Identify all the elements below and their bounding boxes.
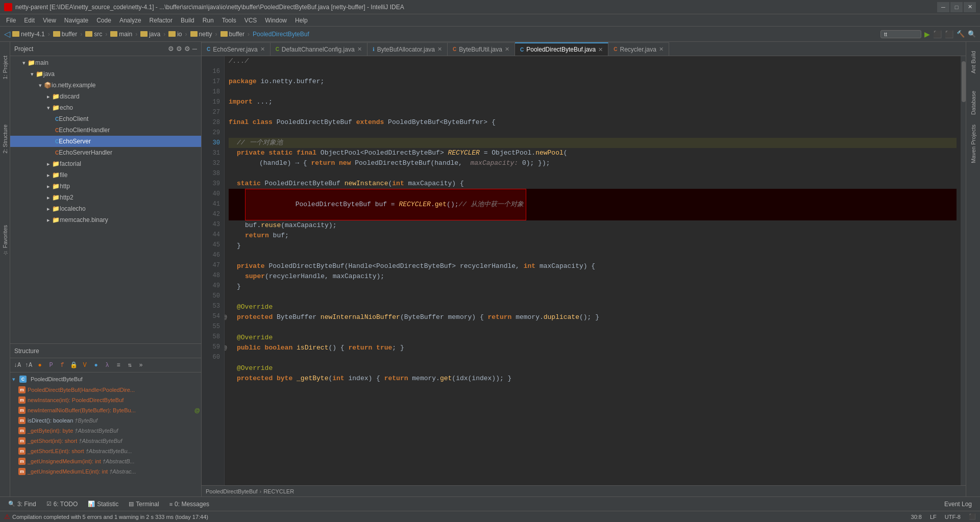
tree-item-file[interactable]: ▸ 📁 file (10, 169, 201, 181)
nav-search-input[interactable] (880, 30, 921, 38)
sort-alpha-desc-icon[interactable]: ↑A (23, 360, 34, 370)
menu-window[interactable]: Window (261, 14, 291, 27)
struct-method-getunsignedmedium[interactable]: m _getUnsignedMedium(int): int †Abstract… (10, 456, 201, 466)
minimize-button[interactable]: ─ (937, 2, 949, 12)
show-private-icon[interactable]: 🔒 (68, 360, 79, 370)
scroll-thumb[interactable] (962, 61, 966, 102)
align-left-icon[interactable]: ≡ (113, 360, 124, 370)
struct-method-newinstance[interactable]: m newInstance(int): PooledDirectByteBuf (10, 395, 201, 405)
tree-item-echoclienthandler[interactable]: C EchoClientHandler (10, 125, 201, 136)
tree-item-echoserverhandler[interactable]: C EchoServerHandler (10, 147, 201, 158)
sort-icon[interactable]: ⇅ (125, 360, 135, 370)
tree-item-localecho[interactable]: ▸ 📁 localecho (10, 203, 201, 214)
close-button[interactable]: ✕ (964, 2, 976, 12)
tab-recycler[interactable]: C Recycler.java ✕ (608, 42, 669, 56)
show-inherited-icon[interactable]: P (46, 360, 56, 370)
show-fields-icon[interactable]: f (57, 360, 67, 370)
project-sync-icon[interactable]: ⚙ (168, 45, 174, 53)
menu-navigate[interactable]: Navigate (60, 14, 92, 27)
tree-item-memcache[interactable]: ▸ 📁 memcache.binary (10, 214, 201, 226)
encoding[interactable]: UTF-8 (945, 514, 961, 520)
tree-item-echoclient[interactable]: C EchoClient (10, 113, 201, 125)
sort-alpha-asc-icon[interactable]: ↓A (12, 360, 22, 370)
nav-run-icon[interactable]: ▶ (924, 30, 930, 38)
nav-debug-icon[interactable]: ⬛ (933, 30, 942, 38)
tab-close-icon[interactable]: ✕ (598, 46, 603, 53)
tab-pooleddirectbytebuf[interactable]: C PooledDirectByteBuf.java ✕ (515, 42, 608, 56)
bottom-tab-todo[interactable]: ☑ 6: TODO (42, 499, 82, 510)
nav-item-src[interactable]: src (94, 31, 102, 38)
bottom-tab-statistic[interactable]: 📊 Statistic (84, 499, 122, 510)
tree-item-main[interactable]: ▾ 📁 main (10, 57, 201, 68)
tree-item-discard[interactable]: ▸ 📁 discard (10, 91, 201, 102)
nav-search-icon[interactable]: 🔍 (968, 30, 976, 38)
tab-close-icon[interactable]: ✕ (357, 46, 362, 53)
nav-item-class[interactable]: PooledDirectByteBuf (253, 31, 309, 38)
struct-field-isdirect[interactable]: m isDirect(): boolean †ByteBuf (10, 415, 201, 426)
right-strip-ant-build[interactable]: Ant Build (966, 42, 980, 83)
menu-view[interactable]: View (39, 14, 60, 27)
tab-echoserver[interactable]: C EchoServer.java ✕ (202, 42, 271, 56)
struct-method-newinternalnio[interactable]: m newInternalNioBuffer(ByteBuffer): Byte… (10, 405, 201, 415)
project-collapse-icon[interactable]: ─ (192, 45, 197, 53)
code-content[interactable]: /.../ package io.netty.buffer; import ..… (225, 56, 961, 485)
tab-bytebuf-allocator[interactable]: ℹ ByteBufAllocator.java ✕ (368, 42, 448, 56)
bottom-tab-messages[interactable]: ≡ 0: Messages (165, 499, 213, 510)
nav-back-icon[interactable]: ◁ (4, 29, 10, 39)
project-gear-icon[interactable]: ⚙ (184, 45, 190, 53)
cursor-position[interactable]: 30:8 (911, 514, 922, 520)
menu-analyze[interactable]: Analyze (115, 14, 145, 27)
tab-defaultchannelconfig[interactable]: C DefaultChannelConfig.java ✕ (271, 42, 368, 56)
show-circle-icon[interactable]: ● (91, 360, 101, 370)
more-icon[interactable]: » (136, 360, 146, 370)
menu-refactor[interactable]: Refactor (145, 14, 177, 27)
nav-item-root[interactable]: netty-4.1 (21, 31, 45, 38)
left-tab-favorites[interactable]: ☆ Favorites (0, 215, 10, 266)
nav-item-buffer[interactable]: buffer (62, 31, 77, 38)
struct-method-constructor[interactable]: m PooledDirectByteBuf(Handle<PooledDire.… (10, 385, 201, 395)
show-protected-icon[interactable]: V (80, 360, 90, 370)
nav-item-netty[interactable]: netty (199, 31, 212, 38)
menu-tools[interactable]: Tools (218, 14, 240, 27)
menu-build[interactable]: Build (177, 14, 199, 27)
tree-item-http[interactable]: ▸ 📁 http (10, 181, 201, 192)
left-tab-structure[interactable]: 2: Structure (0, 113, 10, 164)
menu-code[interactable]: Code (92, 14, 115, 27)
tab-close-icon[interactable]: ✕ (659, 46, 664, 53)
nav-item-io[interactable]: io (177, 31, 182, 38)
tree-item-java[interactable]: ▾ 📁 java (10, 68, 201, 80)
struct-method-getshortLE[interactable]: m _getShortLE(int): short †AbstractByteB… (10, 446, 201, 456)
struct-method-getshort[interactable]: m _getShort(int): short †AbstractByteBuf (10, 436, 201, 446)
bottom-tab-event-log[interactable]: Event Log (940, 499, 976, 510)
nav-item-buffer2[interactable]: buffer (229, 31, 244, 38)
tree-item-http2[interactable]: ▸ 📁 http2 (10, 192, 201, 203)
struct-method-getbyte[interactable]: m _getByte(int): byte †AbstractByteBuf (10, 426, 201, 436)
nav-item-main[interactable]: main (119, 31, 132, 38)
struct-method-getunsignedmediumLE[interactable]: m _getUnsignedMediumLE(int): int †Abstra… (10, 466, 201, 477)
struct-class-item[interactable]: ▾ C PooledDirectByteBuf (10, 374, 201, 385)
tree-item-example[interactable]: ▾ 📦 io.netty.example (10, 80, 201, 91)
menu-help[interactable]: Help (291, 14, 312, 27)
maximize-button[interactable]: □ (950, 2, 963, 12)
tree-item-echoserver[interactable]: C EchoServer (10, 136, 201, 147)
scroll-track[interactable] (961, 56, 966, 485)
show-lambda-icon[interactable]: λ (102, 360, 112, 370)
bottom-tab-find[interactable]: 🔍 3: Find (4, 499, 40, 510)
bottom-tab-terminal[interactable]: ▤ Terminal (125, 499, 163, 510)
tab-close-icon[interactable]: ✕ (260, 46, 265, 53)
right-strip-maven[interactable]: Maven Projects (966, 123, 980, 164)
nav-item-java[interactable]: java (149, 31, 160, 38)
right-strip-database[interactable]: Database (966, 83, 980, 123)
sort-type-icon[interactable]: ● (35, 360, 45, 370)
tree-item-echo[interactable]: ▾ 📁 echo (10, 102, 201, 113)
tab-close-icon[interactable]: ✕ (437, 46, 442, 53)
left-tab-project[interactable]: 1: Project (0, 42, 10, 93)
menu-run[interactable]: Run (199, 14, 218, 27)
line-ending[interactable]: LF (930, 514, 937, 520)
nav-build-icon[interactable]: 🔨 (957, 30, 965, 38)
menu-file[interactable]: File (2, 14, 20, 27)
tree-item-factorial[interactable]: ▸ 📁 factorial (10, 158, 201, 169)
tab-bytebufutil[interactable]: C ByteBufUtil.java ✕ (448, 42, 515, 56)
project-settings-icon[interactable]: ⚙ (176, 45, 182, 53)
menu-vcs[interactable]: VCS (240, 14, 261, 27)
